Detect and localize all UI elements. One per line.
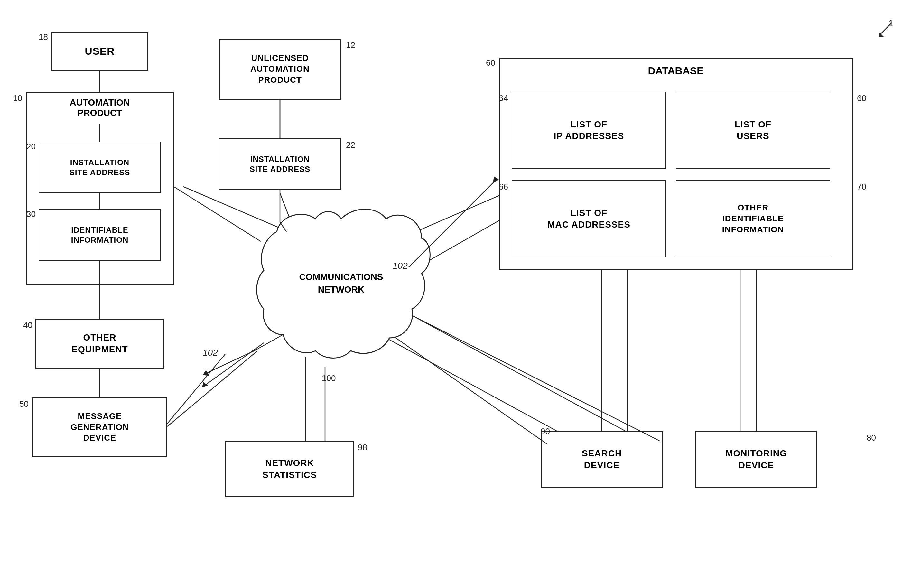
identifiable-info-num: 30: [26, 209, 36, 219]
communications-network-cloud: COMMUNICATIONSNETWORK: [251, 200, 431, 367]
list-ip-num: 64: [499, 93, 508, 103]
svg-marker-38: [202, 382, 208, 387]
list-ip-addresses-box: LIST OFIP ADDRESSES: [512, 92, 666, 169]
monitoring-device-num: 80: [867, 433, 876, 443]
network-statistics-box: NETWORKSTATISTICS: [225, 441, 354, 497]
list-users-box: LIST OFUSERS: [676, 92, 830, 169]
database-label: DATABASE: [499, 58, 853, 84]
svg-marker-18: [203, 370, 209, 376]
other-id-info-num: 70: [857, 182, 866, 192]
svg-line-33: [168, 351, 257, 427]
search-device-num: 90: [541, 427, 550, 437]
unlicensed-num: 12: [346, 40, 355, 50]
search-device-box: SEARCHDEVICE: [541, 431, 663, 488]
svg-line-8: [161, 354, 225, 431]
install-addr-right-num: 22: [346, 140, 355, 150]
automation-product-label: AUTOMATIONPRODUCT: [26, 92, 174, 124]
svg-line-40: [412, 315, 660, 441]
installation-site-address-left-box: INSTALLATIONSITE ADDRESS: [39, 142, 161, 193]
list-mac-addresses-box: LIST OFMAC ADDRESSES: [512, 180, 666, 257]
svg-line-12: [412, 315, 644, 441]
other-identifiable-information-box: OTHERIDENTIFIABLEINFORMATION: [676, 180, 830, 257]
message-generation-device-box: MESSAGEGENERATIONDEVICE: [32, 397, 168, 457]
ref-1-label: 1: [888, 18, 893, 29]
automation-product-num: 10: [13, 93, 22, 103]
other-equipment-num: 40: [23, 320, 33, 330]
identifiable-information-box: IDENTIFIABLEINFORMATION: [39, 209, 161, 261]
user-num: 18: [39, 32, 48, 42]
network-num: 100: [322, 373, 336, 383]
monitoring-device-box: MONITORINGDEVICE: [695, 431, 817, 488]
user-box: USER: [52, 32, 148, 71]
installation-site-address-right-box: INSTALLATIONSITE ADDRESS: [219, 138, 341, 190]
database-num: 60: [486, 58, 495, 68]
list-mac-num: 66: [499, 182, 508, 192]
other-equipment-box: OTHEREQUIPMENT: [36, 319, 164, 368]
network-stats-num: 98: [358, 443, 367, 453]
svg-line-27: [174, 187, 261, 241]
install-addr-left-num: 20: [26, 142, 36, 151]
unlicensed-automation-product-box: UNLICENSEDAUTOMATIONPRODUCT: [219, 39, 341, 100]
message-gen-num: 50: [19, 399, 29, 409]
svg-marker-36: [493, 176, 499, 183]
arrow-102-upper-label: 102: [392, 261, 408, 271]
diagram: 1 USER 18 10 AUTOMATIONPRODUCT INSTALLAT…: [0, 0, 921, 588]
arrow-102-lower-label: 102: [203, 348, 218, 358]
list-users-num: 68: [857, 93, 866, 103]
